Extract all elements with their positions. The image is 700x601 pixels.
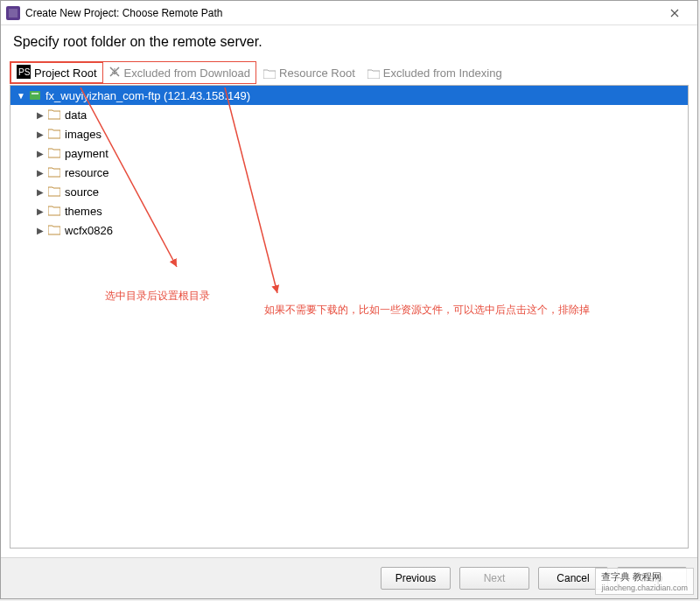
titlebar: Create New Project: Choose Remote Path xyxy=(1,1,697,25)
tree-children: ▶data ▶images ▶payment ▶resource ▶source… xyxy=(10,105,688,240)
folder-icon xyxy=(47,205,61,217)
svg-text:PS: PS xyxy=(18,67,31,77)
watermark-main: 查字典 教程网 xyxy=(601,571,662,582)
folder-icon xyxy=(368,68,380,78)
content-area: PS Project Root Excluded from Download R… xyxy=(1,60,697,549)
excluded-indexing-label: Excluded from Indexing xyxy=(383,66,502,80)
next-label: Next xyxy=(484,572,506,584)
excluded-indexing-button[interactable]: Excluded from Indexing xyxy=(362,62,508,83)
app-icon xyxy=(6,6,20,20)
annotation-left: 选中目录后设置根目录 xyxy=(105,289,210,304)
excluded-download-label: Excluded from Download xyxy=(124,66,251,80)
svg-rect-4 xyxy=(30,91,40,100)
resource-root-label: Resource Root xyxy=(279,66,355,80)
previous-button[interactable]: Previous xyxy=(381,567,451,590)
project-root-label: Project Root xyxy=(34,66,97,80)
tree-item[interactable]: ▶resource xyxy=(10,163,688,182)
folder-icon xyxy=(47,166,61,178)
cancel-label: Cancel xyxy=(556,572,589,584)
project-root-button[interactable]: PS Project Root xyxy=(10,62,103,83)
chevron-right-icon[interactable]: ▶ xyxy=(35,110,46,120)
chevron-right-icon[interactable]: ▶ xyxy=(35,168,46,178)
svg-rect-1 xyxy=(9,9,18,17)
tree-item-label: images xyxy=(65,128,102,141)
annotation-right: 如果不需要下载的，比如一些资源文件，可以选中后点击这个，排除掉 xyxy=(264,303,590,318)
tree-item-label: wcfx0826 xyxy=(65,224,113,237)
chevron-right-icon[interactable]: ▶ xyxy=(35,206,46,216)
svg-rect-5 xyxy=(32,93,38,94)
chevron-down-icon[interactable]: ▼ xyxy=(16,91,26,101)
tree-item[interactable]: ▶images xyxy=(10,124,688,143)
close-button[interactable] xyxy=(657,2,692,24)
remote-tree[interactable]: ▼ fx_wuyiyizhan_com-ftp (121.43.158.149)… xyxy=(10,85,689,549)
watermark-sub: jiaocheng.chazidian.com xyxy=(601,584,688,592)
tree-item-label: source xyxy=(65,185,99,199)
next-button[interactable]: Next xyxy=(459,567,529,590)
ps-icon: PS xyxy=(17,65,31,81)
chevron-right-icon[interactable]: ▶ xyxy=(35,187,46,197)
watermark: 查字典 教程网 jiaocheng.chazidian.com xyxy=(595,568,694,595)
toolbar: PS Project Root Excluded from Download R… xyxy=(10,60,689,85)
chevron-right-icon[interactable]: ▶ xyxy=(35,129,46,139)
tree-item[interactable]: ▶source xyxy=(10,182,688,201)
chevron-right-icon[interactable]: ▶ xyxy=(35,226,46,235)
folder-icon xyxy=(47,224,61,236)
folder-icon xyxy=(47,147,61,159)
tree-item-label: payment xyxy=(65,147,108,160)
folder-icon xyxy=(47,185,61,198)
tree-item-label: themes xyxy=(65,205,102,218)
dialog-header: Specify root folder on the remote server… xyxy=(1,25,697,60)
previous-label: Previous xyxy=(396,572,437,584)
chevron-right-icon[interactable]: ▶ xyxy=(35,149,46,158)
tree-item-label: data xyxy=(65,108,87,122)
tree-item[interactable]: ▶themes xyxy=(10,201,688,220)
tree-item-label: resource xyxy=(65,166,109,179)
folder-icon xyxy=(47,128,61,140)
folder-icon xyxy=(263,68,276,78)
excluded-icon xyxy=(108,66,121,80)
excluded-download-button[interactable]: Excluded from Download xyxy=(103,62,256,83)
tree-root-row[interactable]: ▼ fx_wuyiyizhan_com-ftp (121.43.158.149) xyxy=(10,86,688,105)
dialog-window: Create New Project: Choose Remote Path S… xyxy=(0,0,698,599)
folder-icon xyxy=(47,108,61,121)
tree-item[interactable]: ▶payment xyxy=(10,143,688,163)
highlight-group: PS Project Root Excluded from Download xyxy=(10,61,256,84)
window-title: Create New Project: Choose Remote Path xyxy=(25,7,657,19)
resource-root-button[interactable]: Resource Root xyxy=(258,62,360,83)
tree-item[interactable]: ▶data xyxy=(10,105,688,124)
tree-item[interactable]: ▶wcfx0826 xyxy=(10,220,688,240)
tree-root-label: fx_wuyiyizhan_com-ftp (121.43.158.149) xyxy=(46,89,250,102)
button-bar: Previous Next Cancel Help xyxy=(1,557,697,598)
server-icon xyxy=(28,89,42,101)
